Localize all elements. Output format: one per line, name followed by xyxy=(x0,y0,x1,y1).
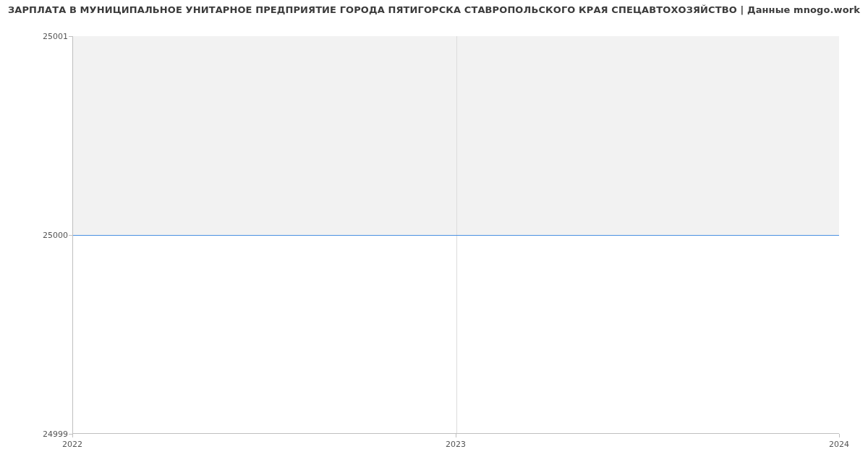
salary-line-chart: ЗАРПЛАТА В МУНИЦИПАЛЬНОЕ УНИТАРНОЕ ПРЕДП… xyxy=(0,0,868,470)
data-line xyxy=(73,235,839,236)
x-tick-label-0: 2022 xyxy=(62,440,82,449)
x-tick-mark xyxy=(839,434,840,437)
y-tick-label-top: 25001 xyxy=(43,32,68,41)
x-tick-mark xyxy=(456,434,456,437)
chart-title: ЗАРПЛАТА В МУНИЦИПАЛЬНОЕ УНИТАРНОЕ ПРЕДП… xyxy=(0,4,868,15)
x-tick-label-1: 2023 xyxy=(446,440,466,449)
y-tick-label-bottom: 24999 xyxy=(43,430,68,439)
x-tick-label-2: 2024 xyxy=(829,440,849,449)
y-tick-label-mid: 25000 xyxy=(43,231,68,240)
x-tick-mark xyxy=(72,434,73,437)
plot-area xyxy=(72,36,839,434)
